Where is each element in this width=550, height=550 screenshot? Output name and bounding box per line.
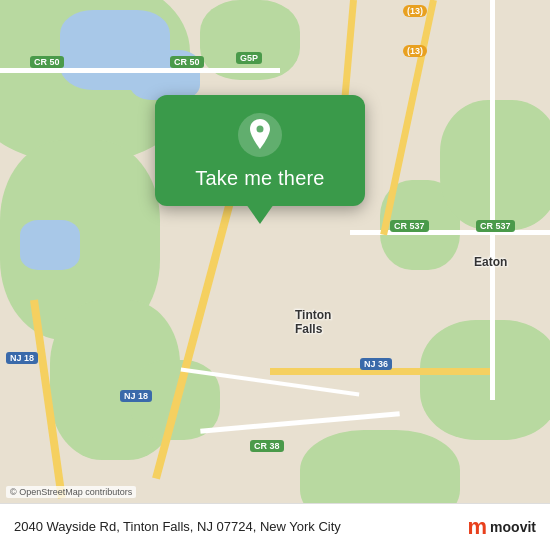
nj36-label: NJ 36: [360, 358, 392, 370]
address-label: 2040 Wayside Rd, Tinton Falls, NJ 07724,…: [14, 519, 468, 536]
green-area: [420, 320, 550, 440]
nj18-mid-label: NJ 18: [120, 390, 152, 402]
road: [490, 0, 495, 400]
cr537-far-label: CR 537: [476, 220, 515, 232]
cr537-right-label: CR 537: [390, 220, 429, 232]
nj18-left-label: NJ 18: [6, 352, 38, 364]
take-me-there-button[interactable]: Take me there: [195, 167, 324, 190]
moovit-logo: m moovit: [468, 514, 536, 540]
location-pin-icon: [238, 113, 282, 157]
tinton-falls-label: TintonFalls: [295, 308, 331, 337]
road: [0, 68, 280, 73]
callout-popup: Take me there: [155, 95, 365, 206]
g5p-label: G5P: [236, 52, 262, 64]
osm-attribution: © OpenStreetMap contributors: [6, 486, 136, 498]
green-area: [440, 100, 550, 230]
moovit-m-icon: m: [468, 514, 488, 540]
eaton-label: Eaton: [474, 255, 507, 269]
cr38-label: CR 38: [250, 440, 284, 452]
bottom-bar: 2040 Wayside Rd, Tinton Falls, NJ 07724,…: [0, 503, 550, 550]
r13-top-label: (13): [403, 5, 427, 17]
map-container: CR 50 CR 50 G5P (13) (13) CR 537 CR 537 …: [0, 0, 550, 550]
cr50-mid-label: CR 50: [170, 56, 204, 68]
cr50-top-label: CR 50: [30, 56, 64, 68]
moovit-wordmark: moovit: [490, 519, 536, 535]
r13-mid-label: (13): [403, 45, 427, 57]
water-area: [20, 220, 80, 270]
